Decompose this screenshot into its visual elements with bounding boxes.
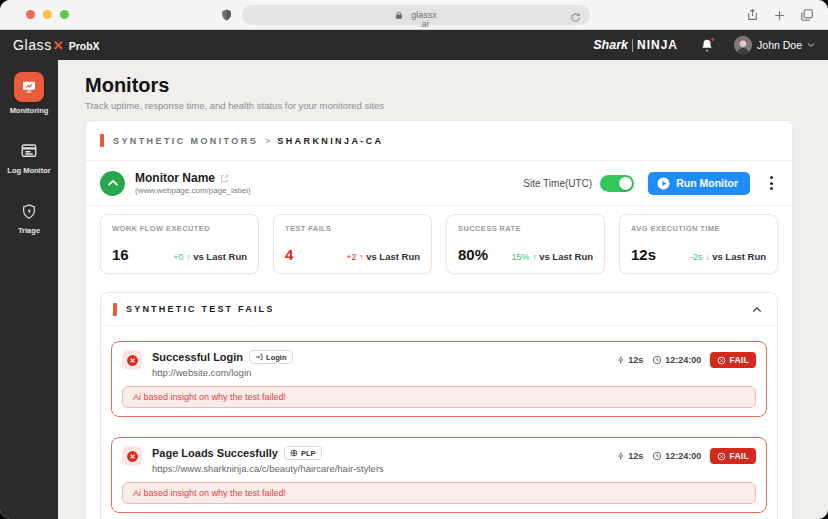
logo-text-probx: ProbX <box>69 40 100 52</box>
test-type-badge: PLP <box>284 446 322 460</box>
test-meta: 12s 12:24:00 FAIL <box>617 448 756 464</box>
stat-value: 12s <box>631 246 656 263</box>
partner-text-ninja: NINJA <box>637 38 678 52</box>
maximize-window-button[interactable] <box>60 10 69 19</box>
accent-bar <box>100 134 104 147</box>
privacy-shield-icon[interactable] <box>220 8 233 26</box>
monitors-panel: SYNTHETIC MONITORS > SHARKNINJA-CA Monit… <box>85 120 793 519</box>
stat-value: 80% <box>458 246 488 263</box>
lock-icon <box>395 11 403 20</box>
stat-card-test-fails: TEST FAILS 4 +2 ↑ vs Last Run <box>273 214 432 274</box>
test-type-badge: Login <box>249 350 292 364</box>
collapse-section-button[interactable] <box>749 303 765 316</box>
glassx-x-icon: ✕ <box>53 38 64 53</box>
log-monitor-icon <box>20 140 38 162</box>
stats-row: WORK FLOW EXECUTED 16 +0 ↑ vs Last Run T… <box>86 206 792 284</box>
sidebar-label: Monitoring <box>10 106 49 115</box>
notifications-bell-icon[interactable] <box>700 38 714 53</box>
test-url: http://website.com/login <box>152 367 293 378</box>
error-status-icon <box>122 446 142 466</box>
test-url: https://www.sharkninja.ca/c/beauty/hairc… <box>152 463 384 474</box>
breadcrumb-parent-link[interactable]: SYNTHETIC MONITORS <box>113 136 258 146</box>
share-icon[interactable] <box>746 7 759 26</box>
sidebar-item-monitoring[interactable]: Monitoring <box>10 72 49 115</box>
minimize-window-button[interactable] <box>43 10 52 19</box>
stat-label: AVG EXECUTION TIME <box>631 224 766 233</box>
breadcrumb-current: SHARKNINJA-CA <box>277 136 383 146</box>
run-monitor-button[interactable]: Run Monitor <box>648 172 750 195</box>
login-icon <box>255 353 263 361</box>
timestamp: 12:24:00 <box>652 451 701 461</box>
stat-label: TEST FAILS <box>285 224 420 233</box>
test-meta: 12s 12:24:00 FAIL <box>617 352 756 368</box>
logo-text-glass: Glass <box>13 37 52 53</box>
close-window-button[interactable] <box>26 10 35 19</box>
x-circle-icon <box>717 452 726 461</box>
site-time-toggle[interactable] <box>600 175 634 192</box>
test-title: Page Loads Succesfully <box>152 447 278 459</box>
x-circle-icon <box>717 356 726 365</box>
lightning-icon <box>617 451 625 461</box>
browser-toolbar: glassx .ai <box>0 0 828 30</box>
main-content: Monitors Track uptime, response time, an… <box>58 60 828 519</box>
sidebar-label: Triage <box>18 226 40 235</box>
monitor-url: (www.webpage.com/page_label) <box>135 186 251 195</box>
globe-icon <box>290 449 298 457</box>
refresh-icon[interactable] <box>570 9 581 27</box>
breadcrumb: SYNTHETIC MONITORS > SHARKNINJA-CA <box>86 121 792 161</box>
duration: 12s <box>617 355 643 365</box>
tab-overview-icon[interactable] <box>800 8 814 26</box>
avatar <box>734 36 752 54</box>
stat-card-workflows: WORK FLOW EXECUTED 16 +0 ↑ vs Last Run <box>100 214 259 274</box>
url-text: glassx .ai <box>411 11 437 29</box>
clock-icon <box>652 355 662 365</box>
browser-actions <box>746 7 814 26</box>
monitor-expand-toggle[interactable] <box>100 171 125 196</box>
sidebar-label: Log Monitor <box>7 166 50 175</box>
accent-bar <box>113 303 117 316</box>
user-name: John Doe <box>757 39 802 51</box>
stat-label: SUCCESS RATE <box>458 224 593 233</box>
test-fail-card: Page Loads Succesfully PLP https://www.s… <box>111 437 767 513</box>
sharkninja-logo: Shark NINJA <box>593 38 678 52</box>
page-subtitle: Track uptime, response time, and health … <box>85 100 828 111</box>
notification-dot <box>710 37 715 42</box>
play-icon <box>657 177 670 190</box>
browser-window: glassx .ai Glass ✕ ProbX <box>0 0 828 519</box>
address-bar[interactable]: glassx .ai <box>242 5 590 25</box>
site-time-label: Site Time(UTC) <box>523 178 592 189</box>
glassx-logo[interactable]: Glass ✕ ProbX <box>13 37 100 53</box>
stat-label: WORK FLOW EXECUTED <box>112 224 247 233</box>
partner-text-shark: Shark <box>593 38 628 52</box>
chevron-up-icon <box>107 179 119 187</box>
app-header: Glass ✕ ProbX Shark NINJA John Doe <box>0 30 828 60</box>
stat-delta: 15% ↑ vs Last Run <box>512 251 593 262</box>
stat-value: 16 <box>112 246 129 263</box>
monitor-header-row: Monitor Name (www.webpage.com/page_label… <box>86 161 792 206</box>
error-status-icon <box>122 350 142 370</box>
new-tab-plus-icon[interactable] <box>773 8 786 26</box>
clock-icon <box>652 451 662 461</box>
status-badge-fail: FAIL <box>710 352 756 368</box>
triage-shield-icon <box>21 200 37 222</box>
chevron-down-icon <box>807 42 815 48</box>
test-info: Page Loads Succesfully PLP https://www.s… <box>152 446 384 474</box>
test-fail-card: Successful Login Login http://website.co… <box>111 341 767 417</box>
stat-delta: +0 ↑ vs Last Run <box>173 251 247 262</box>
sidebar-item-triage[interactable]: Triage <box>18 200 40 235</box>
ai-insight-bar: Ai based insight on why the test failed! <box>122 386 756 408</box>
sidebar-item-log-monitor[interactable]: Log Monitor <box>7 140 50 175</box>
section-title: SYNTHETIC TEST FAILS <box>126 304 275 314</box>
status-badge-fail: FAIL <box>710 448 756 464</box>
timestamp: 12:24:00 <box>652 355 701 365</box>
test-info: Successful Login Login http://website.co… <box>152 350 293 378</box>
external-link-icon[interactable] <box>220 174 229 183</box>
chevron-up-icon <box>752 306 762 313</box>
synthetic-test-fails-section: SYNTHETIC TEST FAILS <box>100 292 778 519</box>
stat-card-success-rate: SUCCESS RATE 80% 15% ↑ vs Last Run <box>446 214 605 274</box>
breadcrumb-separator: > <box>265 136 270 146</box>
user-menu[interactable]: John Doe <box>734 36 815 54</box>
stat-value: 4 <box>285 246 293 263</box>
more-options-kebab-icon[interactable] <box>765 173 778 193</box>
ai-insight-bar: Ai based insight on why the test failed! <box>122 482 756 504</box>
